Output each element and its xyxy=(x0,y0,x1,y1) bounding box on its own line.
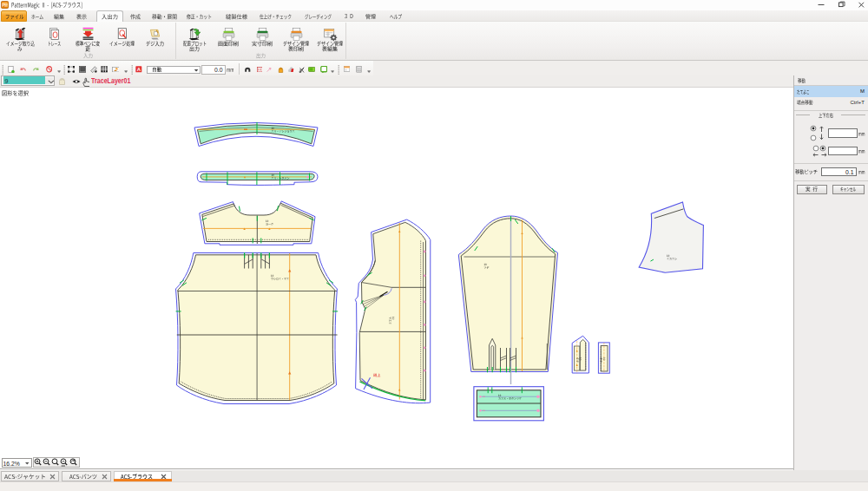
svg-text:A: A xyxy=(137,67,141,72)
svg-text:PM: PM xyxy=(2,3,8,8)
